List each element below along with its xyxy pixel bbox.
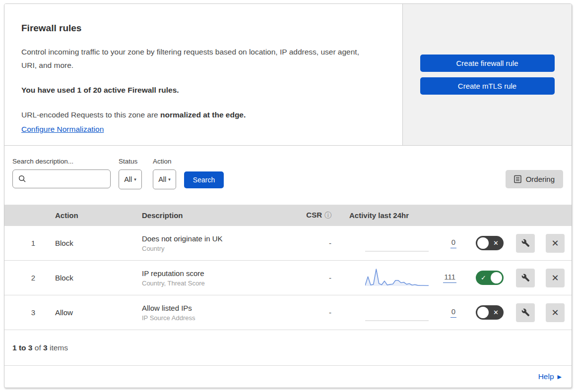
delete-rule-button[interactable]: ✕ [546, 269, 565, 287]
rule-description-cell: Allow listed IPs IP Source Address [136, 304, 287, 322]
rule-delete-cell: ✕ [539, 303, 572, 322]
rule-description: Allow listed IPs [142, 304, 287, 312]
rule-fields: Country [142, 245, 287, 252]
activity-sparkline [365, 267, 429, 289]
rule-toggle-cell: ✕ [467, 236, 512, 250]
table-row: 2 Block IP reputation score Country, Thr… [4, 261, 572, 295]
action-dropdown-value: All [158, 175, 166, 183]
rule-activity-cell: 111 [342, 267, 467, 289]
rule-description: Does not originate in UK [142, 234, 287, 243]
rule-description-cell: Does not originate in UK Country [136, 234, 287, 252]
wrench-icon [521, 274, 530, 282]
help-link[interactable]: Help ▶ [538, 372, 562, 381]
usage-summary: You have used 1 of 20 active Firewall ru… [21, 86, 383, 95]
activity-sparkline [365, 232, 429, 254]
rule-delete-cell: ✕ [539, 234, 572, 253]
normalization-note-bold: normalized at the edge. [160, 111, 246, 119]
items-total: 3 [43, 343, 48, 352]
search-input[interactable] [30, 175, 110, 183]
rule-csr-value: - [287, 274, 342, 282]
actions-panel: Create firewall rule Create mTLS rule [402, 4, 572, 145]
toggle-state-icon: ✕ [493, 309, 499, 316]
search-button[interactable]: Search [184, 171, 224, 188]
delete-rule-button[interactable]: ✕ [546, 234, 565, 253]
rules-table-body: 1 Block Does not originate in UK Country… [4, 226, 572, 330]
info-icon[interactable]: ⓘ [324, 211, 331, 219]
rule-edit-cell [512, 269, 539, 287]
close-icon: ✕ [551, 238, 559, 249]
close-icon: ✕ [551, 307, 559, 318]
rule-fields: IP Source Address [142, 314, 287, 322]
rule-edit-cell [512, 303, 539, 322]
csr-header-label: CSR [306, 211, 322, 219]
action-label: Action [153, 158, 176, 165]
activity-count-link[interactable]: 0 [450, 307, 456, 318]
header-text-block: Firewall rules Control incoming traffic … [4, 4, 402, 145]
status-label: Status [119, 158, 142, 165]
search-icon [18, 175, 26, 183]
toggle-state-icon: ✕ [493, 239, 499, 247]
status-dropdown-value: All [124, 175, 132, 183]
rule-description-cell: IP reputation score Country, Threat Scor… [136, 269, 287, 287]
filter-bar: Search description... Status All ▾ Actio… [4, 146, 572, 205]
normalization-note: URL-encoded Requests to this zone are no… [21, 111, 383, 119]
rule-number: 2 [4, 274, 49, 282]
ordering-list-icon [514, 175, 521, 183]
firewall-rules-card: Firewall rules Control incoming traffic … [4, 3, 572, 388]
activity-sparkline [365, 302, 429, 324]
configure-normalization-link[interactable]: Configure Normalization [21, 125, 104, 134]
rule-delete-cell: ✕ [539, 269, 572, 287]
column-header-activity: Activity last 24hr [342, 211, 467, 220]
chevron-down-icon: ▾ [134, 177, 136, 182]
edit-rule-button[interactable] [516, 269, 535, 287]
rule-action: Block [49, 239, 136, 247]
rule-toggle[interactable]: ✓ [476, 271, 504, 285]
table-header: Action Description CSRⓘ Activity last 24… [4, 205, 572, 226]
items-word: items [48, 343, 68, 352]
column-header-csr: CSRⓘ [287, 211, 342, 220]
delete-rule-button[interactable]: ✕ [546, 303, 565, 322]
close-icon: ✕ [551, 273, 559, 283]
rule-action: Allow [49, 308, 136, 317]
edit-rule-button[interactable] [516, 234, 535, 253]
search-label: Search description... [12, 158, 111, 165]
status-filter-group: Status All ▾ [119, 158, 142, 189]
table-row: 1 Block Does not originate in UK Country… [4, 226, 572, 261]
rule-toggle-cell: ✓ [467, 271, 512, 285]
create-mtls-rule-button[interactable]: Create mTLS rule [420, 77, 555, 95]
column-header-action: Action [49, 211, 136, 220]
ordering-button[interactable]: Ordering [506, 170, 563, 188]
chevron-down-icon: ▾ [168, 177, 171, 182]
help-link-label: Help [538, 372, 554, 381]
rule-number: 3 [4, 308, 49, 317]
create-firewall-rule-button[interactable]: Create firewall rule [420, 55, 555, 72]
rule-csr-value: - [287, 308, 342, 317]
rule-toggle[interactable]: ✕ [476, 305, 504, 320]
rule-toggle[interactable]: ✕ [476, 236, 504, 250]
rule-edit-cell [512, 234, 539, 253]
activity-count-link[interactable]: 111 [443, 273, 456, 283]
search-box[interactable] [12, 169, 111, 188]
action-dropdown[interactable]: All ▾ [153, 169, 176, 189]
header-section: Firewall rules Control incoming traffic … [4, 4, 572, 146]
toggle-knob [477, 237, 489, 249]
page-description: Control incoming traffic to your zone by… [21, 46, 376, 72]
page-title: Firewall rules [21, 23, 383, 34]
items-range: 1 to 3 [12, 343, 32, 352]
search-group: Search description... [12, 158, 111, 188]
rule-fields: Country, Threat Score [142, 280, 287, 287]
pagination-summary: 1 to 3 of 3 items [4, 330, 572, 366]
arrow-right-icon: ▶ [558, 374, 562, 380]
table-row: 3 Allow Allow listed IPs IP Source Addre… [4, 295, 572, 330]
activity-count-link[interactable]: 0 [450, 238, 456, 248]
ordering-button-label: Ordering [526, 175, 555, 183]
items-of: of [32, 343, 43, 352]
wrench-icon [521, 308, 530, 317]
toggle-knob [491, 272, 502, 283]
toggle-knob [477, 307, 489, 318]
edit-rule-button[interactable] [516, 303, 535, 322]
rule-activity-cell: 0 [342, 232, 467, 254]
help-row: Help ▶ [4, 366, 572, 388]
status-dropdown[interactable]: All ▾ [119, 169, 142, 189]
rule-csr-value: - [287, 239, 342, 247]
